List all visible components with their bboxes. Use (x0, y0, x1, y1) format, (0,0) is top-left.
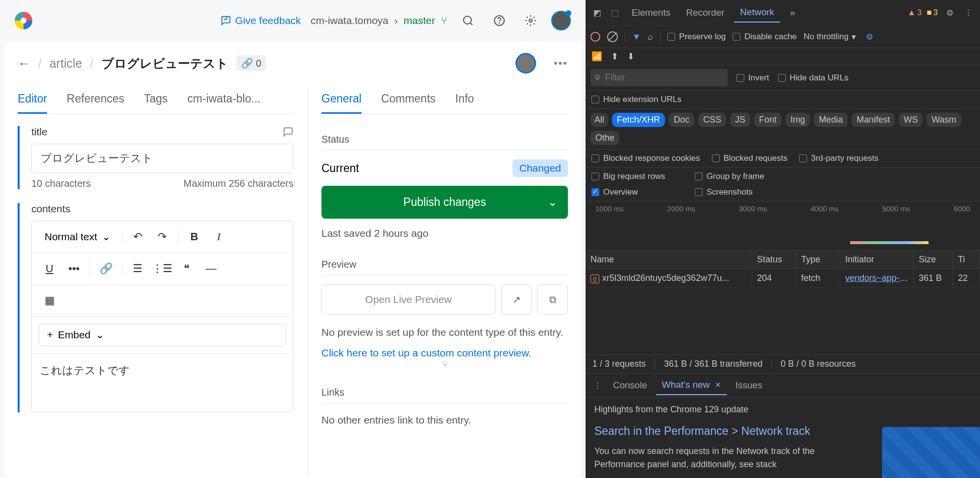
tab-recorder[interactable]: Recorder (680, 3, 730, 22)
comment-icon[interactable] (283, 126, 294, 137)
error-badge[interactable]: ▲3 (907, 8, 922, 18)
download-icon[interactable]: ⬇ (627, 51, 635, 62)
record-button[interactable] (590, 32, 600, 42)
upload-icon[interactable]: ⬆ (611, 51, 618, 62)
request-row[interactable]: {}xr5l3mld26ntuyc5deg362w77u... 204 fetc… (586, 269, 980, 288)
give-feedback-link[interactable]: Give feedback (220, 15, 301, 26)
preserve-log-check[interactable]: Preserve log (667, 32, 726, 42)
screenshots-check[interactable]: Screenshots (695, 187, 764, 197)
tab-elements[interactable]: Elements (626, 3, 676, 22)
col-name[interactable]: Name (586, 251, 752, 269)
open-external-button[interactable]: ↗ (501, 284, 532, 315)
editor-avatar[interactable] (515, 53, 536, 74)
third-party-check[interactable]: 3rd-party requests (799, 153, 879, 163)
hr-button[interactable]: — (200, 258, 222, 279)
chip-img[interactable]: Img (785, 113, 810, 127)
wifi-icon[interactable]: 📶 (591, 51, 602, 62)
drawer-tab-console[interactable]: Console (607, 376, 653, 395)
contentful-logo[interactable] (15, 12, 32, 29)
chip-ws[interactable]: WS (899, 113, 923, 127)
chip-all[interactable]: All (590, 113, 608, 127)
format-select[interactable]: Normal text ⌄ (39, 227, 117, 247)
chip-manifest[interactable]: Manifest (852, 113, 895, 127)
filter-input[interactable] (590, 69, 728, 86)
search-icon[interactable]: ⌕ (648, 32, 653, 42)
gear-icon[interactable]: ⚙ (943, 6, 956, 20)
clear-button[interactable] (607, 31, 618, 42)
undo-button[interactable]: ↶ (127, 226, 148, 248)
timeline[interactable]: 1000 ms 2000 ms 3000 ms 4000 ms 5000 ms … (586, 201, 980, 251)
drawer-tab-whatsnew[interactable]: What's new × (656, 376, 727, 395)
title-input[interactable] (31, 144, 294, 173)
col-size[interactable]: Size (914, 251, 953, 269)
chip-other[interactable]: Othe (590, 131, 619, 145)
ol-button[interactable]: ⋮☰ (151, 258, 173, 279)
disable-cache-check[interactable]: Disable cache (733, 32, 797, 42)
chip-doc[interactable]: Doc (669, 113, 694, 127)
initiator-link[interactable]: vendors~app-f6: (845, 273, 909, 283)
setup-preview-link[interactable]: Click here to set up a custom content pr… (321, 347, 568, 359)
underline-button[interactable]: U (39, 258, 60, 279)
more-actions-button[interactable]: ••• (554, 57, 568, 70)
redo-button[interactable]: ↷ (151, 226, 173, 248)
tab-editor[interactable]: Editor (18, 85, 47, 114)
tab-comments[interactable]: Comments (381, 85, 436, 114)
kebab-icon[interactable]: ⋮ (961, 6, 975, 20)
quote-button[interactable]: ❝ (176, 258, 197, 279)
group-frame-check[interactable]: Group by frame (695, 172, 764, 181)
tab-more[interactable]: » (784, 3, 801, 22)
overview-check[interactable]: Overview (591, 187, 665, 197)
network-iconrow: 📶 ⬆ ⬇ (586, 48, 980, 65)
tab-network[interactable]: Network (734, 3, 780, 23)
embed-button[interactable]: + Embed ⌄ (39, 324, 286, 346)
back-button[interactable]: ← (18, 56, 30, 71)
chip-js[interactable]: JS (730, 113, 750, 127)
blocked-cookies-check[interactable]: Blocked response cookies (591, 153, 700, 163)
col-status[interactable]: Status (752, 251, 796, 269)
search-button[interactable] (457, 10, 479, 31)
tab-tags[interactable]: Tags (144, 85, 168, 114)
col-type[interactable]: Type (796, 251, 840, 269)
bold-button[interactable]: B (183, 226, 205, 248)
tab-custom[interactable]: cm-iwata-blo... (187, 85, 261, 114)
chip-font[interactable]: Font (754, 113, 782, 127)
link-count-badge[interactable]: 🔗 0 (236, 55, 267, 71)
user-avatar[interactable] (551, 11, 571, 30)
ul-button[interactable]: ☰ (127, 258, 148, 279)
tab-references[interactable]: References (67, 85, 124, 114)
copy-button[interactable]: ⧉ (538, 284, 568, 315)
more-format-button[interactable]: ••• (63, 258, 85, 279)
settings-button[interactable] (520, 10, 541, 31)
warning-badge[interactable]: ■3 (927, 8, 938, 18)
chip-wasm[interactable]: Wasm (927, 113, 961, 127)
col-initiator[interactable]: Initiator (840, 251, 914, 269)
rte-content-area[interactable]: これはテストです (32, 353, 293, 412)
chip-media[interactable]: Media (814, 113, 848, 127)
throttle-select[interactable]: No throttling▾ (804, 32, 856, 42)
italic-button[interactable]: I (208, 226, 229, 248)
tab-info[interactable]: Info (455, 85, 474, 114)
network-settings-icon[interactable]: ⚙ (863, 30, 877, 44)
hide-data-urls-check[interactable]: Hide data URLs (778, 73, 849, 83)
device-icon[interactable]: ⬚ (608, 6, 622, 20)
invert-check[interactable]: Invert (736, 73, 769, 83)
inspect-icon[interactable]: ◩ (590, 6, 604, 20)
publish-button[interactable]: Publish changes ⌄ (321, 186, 568, 219)
table-button[interactable]: ▦ (39, 290, 60, 311)
blocked-requests-check[interactable]: Blocked requests (712, 153, 787, 163)
chip-css[interactable]: CSS (698, 113, 726, 127)
drawer-kebab-icon[interactable]: ⋮ (590, 378, 604, 392)
hide-ext-urls-check[interactable]: Hide extension URLs (591, 95, 682, 104)
project-path[interactable]: cm-iwata.tomoya › master ⑂ (311, 15, 447, 26)
col-time[interactable]: Ti (953, 251, 980, 269)
big-rows-check[interactable]: Big request rows (591, 172, 665, 181)
close-icon[interactable]: × (715, 379, 721, 390)
link-button[interactable]: 🔗 (95, 258, 117, 279)
help-button[interactable] (489, 10, 510, 31)
tab-general[interactable]: General (321, 85, 362, 114)
drawer-tab-issues[interactable]: Issues (730, 376, 768, 395)
open-preview-button[interactable]: Open Live Preview (321, 284, 495, 315)
breadcrumb-type[interactable]: article (49, 56, 82, 71)
filter-icon[interactable]: ▼ (632, 32, 641, 42)
chip-fetch[interactable]: Fetch/XHR (612, 113, 665, 127)
